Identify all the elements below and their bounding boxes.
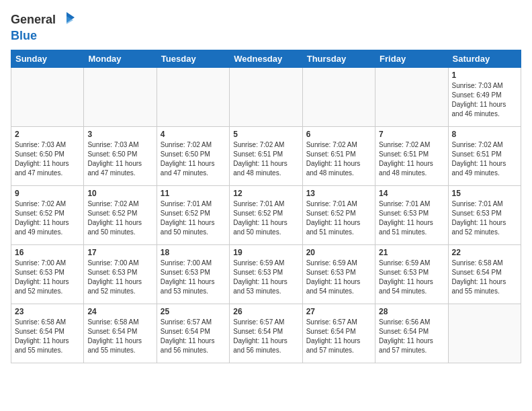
calendar-cell: 17Sunrise: 7:00 AM Sunset: 6:53 PM Dayli… (84, 244, 157, 304)
calendar-cell (302, 67, 375, 126)
day-info: Sunrise: 6:59 AM Sunset: 6:53 PM Dayligh… (233, 259, 298, 296)
weekday-header-tuesday: Tuesday (157, 50, 229, 67)
day-number: 3 (87, 130, 152, 139)
day-info: Sunrise: 7:02 AM Sunset: 6:51 PM Dayligh… (452, 140, 517, 178)
day-info: Sunrise: 7:00 AM Sunset: 6:53 PM Dayligh… (15, 259, 80, 296)
day-number: 25 (161, 307, 226, 316)
logo-flag-icon (57, 11, 76, 30)
day-number: 8 (452, 130, 517, 139)
calendar-cell: 18Sunrise: 7:00 AM Sunset: 6:53 PM Dayli… (157, 244, 229, 304)
calendar-cell: 27Sunrise: 6:57 AM Sunset: 6:54 PM Dayli… (302, 304, 375, 363)
calendar-cell: 28Sunrise: 6:56 AM Sunset: 6:54 PM Dayli… (375, 304, 448, 363)
day-info: Sunrise: 7:01 AM Sunset: 6:52 PM Dayligh… (161, 199, 226, 237)
day-info: Sunrise: 7:02 AM Sunset: 6:51 PM Dayligh… (379, 140, 444, 178)
day-number: 15 (452, 189, 517, 198)
day-number: 10 (87, 189, 152, 198)
calendar-cell: 16Sunrise: 7:00 AM Sunset: 6:53 PM Dayli… (11, 244, 84, 304)
day-info: Sunrise: 7:01 AM Sunset: 6:53 PM Dayligh… (379, 199, 444, 237)
calendar-cell (448, 304, 521, 363)
weekday-header-monday: Monday (84, 50, 157, 67)
day-number: 14 (379, 189, 444, 198)
day-number: 7 (379, 130, 444, 139)
weekday-header-wednesday: Wednesday (230, 50, 302, 67)
calendar-cell: 6Sunrise: 7:02 AM Sunset: 6:51 PM Daylig… (302, 126, 375, 185)
day-number: 9 (15, 189, 80, 198)
calendar-cell: 1Sunrise: 7:03 AM Sunset: 6:49 PM Daylig… (448, 67, 521, 126)
calendar-cell: 14Sunrise: 7:01 AM Sunset: 6:53 PM Dayli… (375, 185, 448, 244)
calendar-week-row: 9Sunrise: 7:02 AM Sunset: 6:52 PM Daylig… (11, 185, 521, 244)
calendar-cell: 10Sunrise: 7:02 AM Sunset: 6:52 PM Dayli… (84, 185, 157, 244)
page-header: General Blue (11, 11, 521, 43)
day-info: Sunrise: 7:03 AM Sunset: 6:49 PM Dayligh… (452, 81, 517, 119)
weekday-header-friday: Friday (375, 50, 448, 67)
day-number: 28 (379, 307, 444, 316)
day-number: 2 (15, 130, 80, 139)
day-info: Sunrise: 6:59 AM Sunset: 6:53 PM Dayligh… (379, 259, 444, 296)
calendar-cell: 24Sunrise: 6:58 AM Sunset: 6:54 PM Dayli… (84, 304, 157, 363)
day-number: 21 (379, 248, 444, 257)
day-number: 4 (161, 130, 226, 139)
day-info: Sunrise: 6:56 AM Sunset: 6:54 PM Dayligh… (379, 318, 444, 355)
day-info: Sunrise: 7:01 AM Sunset: 6:52 PM Dayligh… (306, 199, 371, 237)
day-number: 16 (15, 248, 80, 257)
calendar-week-row: 23Sunrise: 6:58 AM Sunset: 6:54 PM Dayli… (11, 304, 521, 363)
calendar-cell: 19Sunrise: 6:59 AM Sunset: 6:53 PM Dayli… (230, 244, 302, 304)
weekday-header-saturday: Saturday (448, 50, 521, 67)
calendar-cell: 25Sunrise: 6:57 AM Sunset: 6:54 PM Dayli… (157, 304, 229, 363)
day-number: 13 (306, 189, 371, 198)
day-info: Sunrise: 6:58 AM Sunset: 6:54 PM Dayligh… (15, 318, 80, 355)
calendar-cell: 5Sunrise: 7:02 AM Sunset: 6:51 PM Daylig… (230, 126, 302, 185)
day-info: Sunrise: 7:02 AM Sunset: 6:51 PM Dayligh… (233, 140, 298, 178)
day-info: Sunrise: 6:59 AM Sunset: 6:53 PM Dayligh… (306, 259, 371, 296)
calendar-cell (157, 67, 229, 126)
calendar-cell: 3Sunrise: 7:03 AM Sunset: 6:50 PM Daylig… (84, 126, 157, 185)
day-info: Sunrise: 7:01 AM Sunset: 6:52 PM Dayligh… (233, 199, 298, 237)
calendar-cell: 22Sunrise: 6:58 AM Sunset: 6:54 PM Dayli… (448, 244, 521, 304)
weekday-header-row: SundayMondayTuesdayWednesdayThursdayFrid… (11, 50, 521, 67)
day-info: Sunrise: 6:57 AM Sunset: 6:54 PM Dayligh… (161, 318, 226, 355)
day-info: Sunrise: 7:00 AM Sunset: 6:53 PM Dayligh… (87, 259, 152, 296)
calendar-cell: 13Sunrise: 7:01 AM Sunset: 6:52 PM Dayli… (302, 185, 375, 244)
calendar-cell: 26Sunrise: 6:57 AM Sunset: 6:54 PM Dayli… (230, 304, 302, 363)
calendar-cell: 2Sunrise: 7:03 AM Sunset: 6:50 PM Daylig… (11, 126, 84, 185)
calendar-table: SundayMondayTuesdayWednesdayThursdayFrid… (11, 50, 521, 363)
calendar-cell (11, 67, 84, 126)
calendar-cell: 4Sunrise: 7:02 AM Sunset: 6:50 PM Daylig… (157, 126, 229, 185)
day-number: 11 (161, 189, 226, 198)
day-number: 18 (161, 248, 226, 257)
calendar-cell: 11Sunrise: 7:01 AM Sunset: 6:52 PM Dayli… (157, 185, 229, 244)
calendar-cell: 9Sunrise: 7:02 AM Sunset: 6:52 PM Daylig… (11, 185, 84, 244)
weekday-header-thursday: Thursday (302, 50, 375, 67)
calendar-week-row: 2Sunrise: 7:03 AM Sunset: 6:50 PM Daylig… (11, 126, 521, 185)
day-number: 6 (306, 130, 371, 139)
logo-general: General (11, 13, 56, 26)
day-info: Sunrise: 6:57 AM Sunset: 6:54 PM Dayligh… (306, 318, 371, 355)
day-number: 5 (233, 130, 298, 139)
calendar-cell: 12Sunrise: 7:01 AM Sunset: 6:52 PM Dayli… (230, 185, 302, 244)
day-info: Sunrise: 7:02 AM Sunset: 6:52 PM Dayligh… (15, 199, 80, 237)
logo-blue: Blue (11, 29, 37, 42)
day-number: 20 (306, 248, 371, 257)
day-info: Sunrise: 7:00 AM Sunset: 6:53 PM Dayligh… (161, 259, 226, 296)
day-info: Sunrise: 7:03 AM Sunset: 6:50 PM Dayligh… (15, 140, 80, 178)
calendar-cell (84, 67, 157, 126)
day-number: 23 (15, 307, 80, 316)
day-number: 24 (87, 307, 152, 316)
calendar-cell: 7Sunrise: 7:02 AM Sunset: 6:51 PM Daylig… (375, 126, 448, 185)
calendar-cell (230, 67, 302, 126)
weekday-header-sunday: Sunday (11, 50, 84, 67)
calendar-cell (375, 67, 448, 126)
day-info: Sunrise: 7:02 AM Sunset: 6:52 PM Dayligh… (87, 199, 152, 237)
calendar-week-row: 1Sunrise: 7:03 AM Sunset: 6:49 PM Daylig… (11, 67, 521, 126)
day-number: 27 (306, 307, 371, 316)
day-info: Sunrise: 7:02 AM Sunset: 6:50 PM Dayligh… (161, 140, 226, 178)
day-info: Sunrise: 6:58 AM Sunset: 6:54 PM Dayligh… (87, 318, 152, 355)
logo: General Blue (11, 11, 76, 43)
calendar-week-row: 16Sunrise: 7:00 AM Sunset: 6:53 PM Dayli… (11, 244, 521, 304)
day-info: Sunrise: 6:58 AM Sunset: 6:54 PM Dayligh… (452, 259, 517, 296)
day-info: Sunrise: 6:57 AM Sunset: 6:54 PM Dayligh… (233, 318, 298, 355)
calendar-cell: 23Sunrise: 6:58 AM Sunset: 6:54 PM Dayli… (11, 304, 84, 363)
day-info: Sunrise: 7:03 AM Sunset: 6:50 PM Dayligh… (87, 140, 152, 178)
day-number: 1 (452, 71, 517, 80)
calendar-cell: 15Sunrise: 7:01 AM Sunset: 6:53 PM Dayli… (448, 185, 521, 244)
